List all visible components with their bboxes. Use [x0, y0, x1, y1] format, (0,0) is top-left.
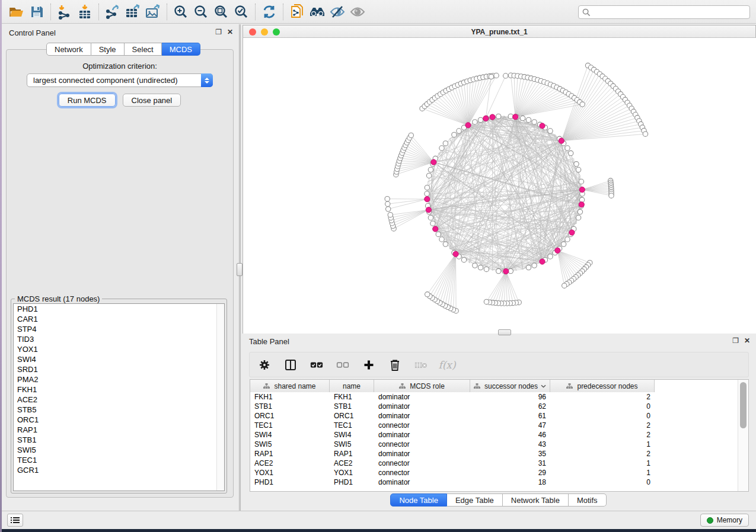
graph-node-selected[interactable]	[569, 230, 575, 235]
table-scrollbar-thumb[interactable]	[740, 382, 747, 428]
mcds-result-item[interactable]: ACE2	[14, 395, 224, 405]
mcds-result-item[interactable]: YOX1	[14, 344, 224, 354]
graph-node[interactable]	[526, 117, 531, 122]
horizontal-splitter-handle[interactable]	[498, 329, 511, 335]
graph-node[interactable]	[565, 237, 570, 242]
graph-node[interactable]	[496, 114, 501, 118]
graph-node[interactable]	[484, 299, 489, 304]
column-header-predecessor-nodes[interactable]: predecessor nodes	[550, 380, 655, 392]
mcds-result-item[interactable]: ORC1	[14, 415, 224, 425]
select-all-rows-icon[interactable]	[310, 358, 323, 371]
graph-node[interactable]	[385, 207, 390, 211]
mcds-result-item[interactable]: RAP1	[14, 425, 224, 435]
graph-node-selected[interactable]	[579, 187, 585, 193]
table-row[interactable]: FKH1FKH1dominator962	[250, 392, 738, 402]
graph-node[interactable]	[425, 292, 430, 297]
graph-node[interactable]	[494, 73, 499, 78]
table-row[interactable]: ACE2ACE2connector311	[250, 459, 738, 468]
column-header-shared-name[interactable]: shared name	[250, 380, 330, 392]
mcds-result-item[interactable]: STB5	[14, 405, 224, 415]
mcds-result-item[interactable]: STP4	[14, 324, 224, 334]
mcds-result-item[interactable]: GCR1	[14, 465, 224, 475]
graph-node-selected[interactable]	[540, 123, 545, 129]
mcds-result-item[interactable]: FKH1	[14, 384, 224, 395]
delete-table-icon[interactable]	[414, 358, 428, 371]
graph-node[interactable]	[426, 173, 431, 178]
table-row[interactable]: STB1STB1dominator620	[250, 402, 738, 411]
graph-node[interactable]	[388, 213, 393, 217]
show-all-icon[interactable]	[347, 2, 368, 21]
zoom-selected-icon[interactable]	[231, 2, 251, 21]
table-row[interactable]: ORC1ORC1dominator610	[250, 411, 738, 421]
float-panel-icon[interactable]: ❐	[215, 28, 222, 36]
graph-node-selected[interactable]	[426, 207, 431, 213]
table-row[interactable]: SWI5SWI5connector431	[250, 440, 738, 449]
graph-node[interactable]	[568, 150, 573, 155]
table-tab-node-table[interactable]: Node Table	[390, 493, 447, 507]
graph-node[interactable]	[496, 268, 501, 273]
graph-node[interactable]	[428, 167, 433, 172]
graph-node[interactable]	[461, 257, 466, 262]
graph-node[interactable]	[436, 232, 441, 236]
network-graph[interactable]	[243, 38, 756, 334]
graph-node-selected[interactable]	[503, 268, 509, 274]
graph-node[interactable]	[489, 74, 493, 79]
column-header-MCDS-role[interactable]: MCDS role	[374, 380, 470, 392]
mcds-result-item[interactable]: STB1	[14, 435, 224, 445]
graph-node[interactable]	[452, 132, 457, 137]
graph-node[interactable]	[473, 120, 477, 124]
graph-node[interactable]	[478, 265, 483, 270]
graph-node[interactable]	[561, 242, 566, 246]
table-tab-motifs[interactable]: Motifs	[569, 493, 607, 507]
graph-node[interactable]	[457, 129, 461, 133]
control-tab-network[interactable]: Network	[46, 43, 91, 56]
graph-node[interactable]	[430, 221, 435, 226]
table-tab-network-table[interactable]: Network Table	[503, 493, 569, 507]
table-row[interactable]: YOX1YOX1connector291	[250, 468, 738, 477]
graph-node[interactable]	[425, 191, 429, 196]
graph-node-selected[interactable]	[453, 251, 458, 257]
graph-node[interactable]	[503, 73, 508, 78]
run-mcds-button[interactable]: Run MCDS	[59, 94, 116, 107]
graph-node[interactable]	[526, 265, 531, 270]
graph-node[interactable]	[578, 209, 582, 214]
mcds-list-scrollbar[interactable]	[216, 304, 224, 491]
graph-node-selected[interactable]	[425, 197, 430, 202]
graph-node[interactable]	[574, 162, 579, 166]
refresh-layout-icon[interactable]	[259, 2, 279, 21]
float-table-panel-icon[interactable]: ❐	[732, 336, 739, 345]
mcds-result-item[interactable]: SRD1	[14, 364, 224, 374]
function-builder-icon[interactable]: f(x)	[441, 358, 454, 371]
table-row[interactable]: TEC1TEC1connector472	[250, 421, 738, 430]
graph-node[interactable]	[473, 263, 477, 268]
network-window-titlebar[interactable]: YPA_prune.txt_1	[243, 25, 756, 38]
hide-selected-icon[interactable]	[327, 2, 347, 21]
graph-node[interactable]	[439, 146, 444, 150]
graph-node-selected[interactable]	[433, 226, 438, 232]
deselect-all-rows-icon[interactable]	[336, 358, 349, 371]
graph-node[interactable]	[548, 254, 553, 259]
close-panel-button[interactable]: Close panel	[123, 94, 181, 107]
table-row[interactable]: SWI4SWI4dominator462	[250, 430, 738, 440]
graph-node-selected[interactable]	[555, 248, 560, 253]
graph-node[interactable]	[520, 116, 525, 120]
graph-node[interactable]	[562, 283, 567, 288]
table-row[interactable]: RAP1RAP1dominator352	[250, 449, 738, 459]
graph-node-selected[interactable]	[465, 123, 471, 128]
table-scrollbar[interactable]	[738, 380, 748, 491]
panel-menu-button[interactable]	[7, 514, 23, 527]
graph-node[interactable]	[576, 167, 580, 172]
graph-node[interactable]	[609, 193, 614, 198]
graph-node[interactable]	[443, 242, 448, 246]
graph-node[interactable]	[385, 196, 390, 201]
graph-node[interactable]	[425, 185, 429, 190]
save-session-icon[interactable]	[27, 2, 47, 21]
close-panel-icon[interactable]: ✕	[227, 28, 233, 36]
table-settings-icon[interactable]	[258, 358, 271, 371]
graph-node[interactable]	[532, 120, 537, 124]
mcds-result-item[interactable]: TID3	[14, 334, 224, 344]
open-file-icon[interactable]	[7, 2, 27, 21]
import-network-icon[interactable]	[55, 2, 75, 21]
export-network-icon[interactable]	[103, 2, 123, 21]
graph-node[interactable]	[576, 215, 580, 220]
